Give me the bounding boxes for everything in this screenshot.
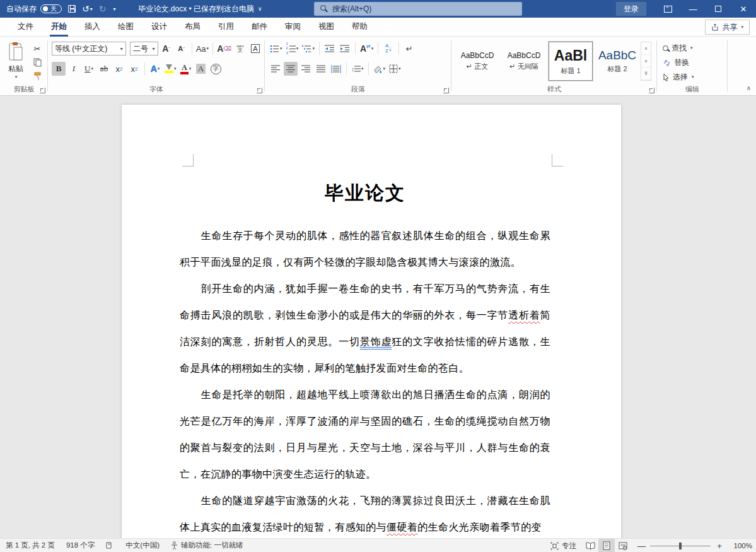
- zoom-slider-handle[interactable]: [679, 543, 682, 549]
- text-effects-button[interactable]: A▾: [148, 62, 162, 76]
- close-button[interactable]: ✕: [731, 0, 756, 18]
- document-area[interactable]: 毕业论文 生命生存于每个灵动的肌体，感性的器官叙述肌体生命的组合，纵观生命累积于…: [0, 96, 756, 538]
- subscript-button[interactable]: x2: [112, 62, 126, 76]
- font-color-button[interactable]: A▾: [179, 62, 193, 76]
- highlight-color-button[interactable]: ▾: [163, 62, 178, 76]
- clipboard-dialog-launcher[interactable]: [40, 88, 45, 93]
- tab-file[interactable]: 文件: [9, 18, 42, 37]
- distribute-button[interactable]: [329, 62, 343, 76]
- replace-button[interactable]: bc 替换: [661, 56, 725, 69]
- style-no-spacing[interactable]: AaBbCcD ↵ 无间隔: [502, 42, 546, 81]
- tab-layout[interactable]: 布局: [176, 18, 209, 37]
- word-count[interactable]: 918 个字: [61, 539, 100, 552]
- minimize-button[interactable]: —: [680, 0, 706, 18]
- paragraph[interactable]: 生命的隧道穿越宇宙激荡的火花，飞翔的薄翼掠过良田沃土，潜藏在生命肌体上真实的血液…: [180, 488, 550, 538]
- document-heading[interactable]: 毕业论文: [180, 180, 550, 206]
- tab-view[interactable]: 视图: [310, 18, 343, 37]
- redo-button[interactable]: ↻: [99, 4, 107, 14]
- paragraph[interactable]: 生命生存于每个灵动的肌体，感性的器官叙述肌体生命的组合，纵观生命累积于平面浅显的…: [180, 223, 550, 276]
- paste-button[interactable]: 粘贴 ▾: [4, 42, 28, 82]
- bullets-button[interactable]: ▾: [269, 42, 284, 56]
- bold-button[interactable]: B: [52, 62, 66, 76]
- asian-layout-button[interactable]: A⇄▾: [359, 42, 375, 56]
- format-painter-button[interactable]: [30, 71, 44, 82]
- accessibility-status[interactable]: 辅助功能: 一切就绪: [165, 539, 248, 552]
- tab-mailings[interactable]: 邮件: [243, 18, 276, 37]
- shrink-font-button[interactable]: Aˇ: [175, 42, 189, 56]
- page-indicator[interactable]: 第 1 页, 共 2 页: [0, 539, 61, 552]
- phonetic-guide-button[interactable]: wén文: [233, 42, 247, 56]
- search-input[interactable]: 搜索(Alt+Q): [314, 2, 522, 16]
- decrease-indent-button[interactable]: [323, 42, 337, 56]
- ribbon-display-options-button[interactable]: [655, 0, 680, 18]
- focus-mode-button[interactable]: 专注: [545, 539, 582, 552]
- line-spacing-button[interactable]: ↕▾: [350, 62, 365, 76]
- collapse-ribbon-button[interactable]: ∧: [747, 85, 751, 91]
- align-center-button[interactable]: [284, 62, 298, 76]
- undo-button[interactable]: ↺▾: [82, 4, 93, 14]
- customize-qat-button[interactable]: ▾: [112, 6, 115, 12]
- multilevel-list-button[interactable]: ▾: [301, 42, 316, 56]
- copy-button[interactable]: [30, 57, 44, 68]
- character-border-button[interactable]: A: [248, 42, 262, 56]
- style-normal[interactable]: AaBbCcD ↵ 正文: [455, 42, 499, 81]
- font-dialog-launcher[interactable]: [257, 88, 262, 93]
- proofing-status[interactable]: [100, 539, 120, 552]
- align-left-button[interactable]: [269, 62, 282, 76]
- select-button[interactable]: 选择▾: [661, 71, 725, 83]
- superscript-button[interactable]: x2: [127, 62, 141, 76]
- font-name-combo[interactable]: 等线 (中文正文)▾: [52, 42, 126, 56]
- enclose-characters-button[interactable]: 字: [209, 62, 223, 76]
- character-shading-button[interactable]: A: [194, 62, 208, 76]
- styles-dialog-launcher[interactable]: [649, 88, 654, 93]
- save-button[interactable]: [68, 5, 76, 13]
- style-heading2[interactable]: AaBbC 标题 2: [595, 42, 639, 81]
- font-size-combo[interactable]: 二号▾: [130, 42, 158, 56]
- clear-formatting-button[interactable]: A⌫: [216, 42, 232, 56]
- zoom-out-button[interactable]: —: [637, 541, 645, 551]
- find-button[interactable]: 查找▾: [661, 42, 725, 54]
- cut-button[interactable]: ✂: [30, 43, 44, 54]
- tab-insert[interactable]: 插入: [76, 18, 109, 37]
- sort-button[interactable]: AZ↓: [381, 42, 395, 56]
- paragraph-dialog-launcher[interactable]: [443, 88, 449, 93]
- style-heading1[interactable]: AaBl 标题 1: [549, 42, 593, 81]
- zoom-slider[interactable]: [650, 546, 711, 546]
- borders-button[interactable]: ▾: [388, 62, 402, 76]
- underline-button[interactable]: U▾: [82, 62, 96, 76]
- tab-home[interactable]: 开始: [42, 18, 76, 37]
- italic-button[interactable]: I: [67, 62, 81, 76]
- increase-indent-button[interactable]: [338, 42, 352, 56]
- document-title[interactable]: 毕业论文.docx • 已保存到这台电脑 ∨: [139, 4, 262, 15]
- undo-chevron-icon[interactable]: ▾: [90, 6, 93, 12]
- grow-font-button[interactable]: Aˆ: [160, 42, 173, 56]
- signin-button[interactable]: 登录: [616, 2, 646, 16]
- maximize-button[interactable]: [706, 0, 731, 18]
- title-chevron-icon[interactable]: ∨: [258, 6, 262, 12]
- tab-help[interactable]: 帮助: [343, 18, 376, 37]
- share-button[interactable]: 共享 ▾: [705, 20, 750, 35]
- paste-chevron-icon[interactable]: ▾: [15, 74, 18, 79]
- zoom-in-button[interactable]: +: [716, 541, 723, 551]
- tab-review[interactable]: 审阅: [276, 18, 310, 37]
- document-page[interactable]: 毕业论文 生命生存于每个灵动的肌体，感性的器官叙述肌体生命的组合，纵观生命累积于…: [122, 105, 621, 538]
- read-mode-button[interactable]: [582, 539, 598, 552]
- change-case-button[interactable]: Aa▾: [195, 42, 210, 56]
- styles-scroll-up-button[interactable]: ∧: [641, 42, 651, 55]
- show-hide-marks-button[interactable]: ↵: [402, 42, 416, 56]
- tab-design[interactable]: 设计: [142, 18, 176, 37]
- print-layout-button[interactable]: [598, 539, 615, 552]
- shading-button[interactable]: ▾: [372, 62, 387, 76]
- autosave-toggle[interactable]: 关: [40, 4, 62, 13]
- web-layout-button[interactable]: [615, 539, 631, 552]
- autosave-control[interactable]: 自动保存 关: [6, 4, 62, 15]
- strikethrough-button[interactable]: ab: [97, 62, 111, 76]
- zoom-level[interactable]: 100%: [728, 542, 752, 549]
- styles-scroll-down-button[interactable]: ∨: [641, 55, 651, 68]
- page-content[interactable]: 毕业论文 生命生存于每个灵动的肌体，感性的器官叙述肌体生命的组合，纵观生命累积于…: [122, 105, 621, 538]
- justify-button[interactable]: [314, 62, 328, 76]
- tab-draw[interactable]: 绘图: [109, 18, 142, 37]
- align-right-button[interactable]: [299, 62, 313, 76]
- paragraph[interactable]: 生命是托举的朝阳，超越地平线上喷薄欲出的旭日播洒生命的点滴，朗润的光芒是亿万年的…: [180, 382, 550, 488]
- styles-more-button[interactable]: ⊽: [641, 68, 651, 80]
